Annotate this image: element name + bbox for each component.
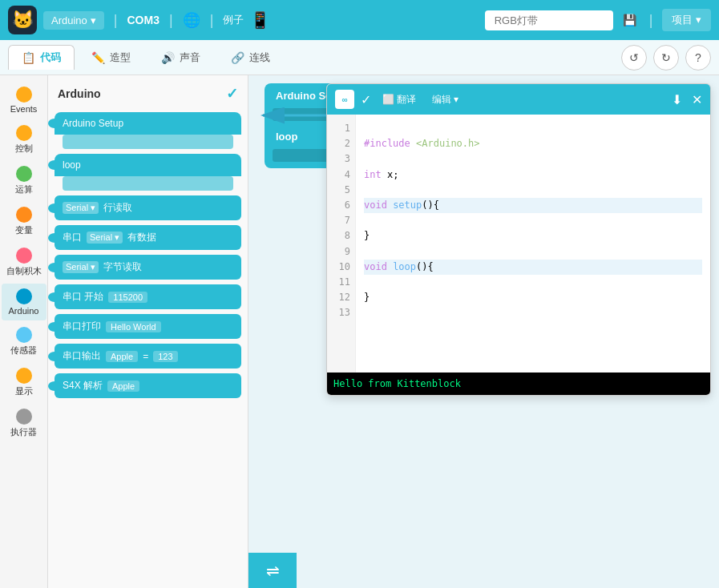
sidebar-item-events[interactable]: Events: [2, 82, 46, 119]
code-line-13: [364, 305, 702, 320]
sidebar-item-sensor[interactable]: 传感器: [2, 322, 46, 361]
tab-connect-label: 连线: [249, 50, 270, 65]
arduino-dot: [16, 288, 32, 304]
tab-sound[interactable]: 🔊 声音: [147, 45, 214, 70]
sidebar-item-display-label: 显示: [15, 385, 33, 397]
translate-label: 翻译: [397, 93, 416, 107]
block-arduino-setup[interactable]: Arduino Setup: [55, 112, 241, 135]
serial-dropdown-readline[interactable]: Serial ▾: [63, 202, 99, 214]
code-line-7: [364, 213, 702, 228]
actuator-dot: [16, 409, 32, 425]
download-icon[interactable]: ⬇: [672, 92, 682, 107]
block-row-serial-read: Serial ▾ 行读取: [55, 195, 241, 220]
serial-dropdown-byte[interactable]: Serial ▾: [63, 261, 99, 273]
events-dot: [16, 87, 32, 103]
device-icon[interactable]: 📱: [250, 10, 270, 30]
sep1: |: [114, 12, 118, 29]
example-label[interactable]: 例子: [223, 13, 244, 27]
block-serial-available[interactable]: 串口 Serial ▾ 有数据: [55, 225, 241, 250]
arduino-dropdown-arrow: ▾: [91, 14, 96, 26]
globe-icon[interactable]: 🌐: [183, 11, 200, 29]
tab-shape[interactable]: ✏️ 造型: [78, 45, 144, 70]
sidebar-item-control-label: 控制: [15, 143, 33, 155]
sidebar-item-control[interactable]: 控制: [2, 120, 46, 159]
com-port-label: COM3: [127, 14, 160, 26]
block-row-serial-byte: Serial ▾ 字节读取: [55, 255, 241, 280]
canvas-area: Arduino Setup loop: [248, 75, 719, 588]
block-loop-label: loop: [63, 159, 81, 171]
arduino-dropdown-btn[interactable]: Arduino ▾: [43, 11, 104, 30]
variable-dot: [16, 207, 32, 223]
code-editor: ∞ ✓ ⬜ 翻译 编辑 ▾ ⬇ ✕ 12345 678910: [326, 83, 711, 396]
tab-shape-label: 造型: [110, 50, 131, 65]
block-loop-slot: [63, 176, 233, 191]
code-content[interactable]: #include <Arduino.h> int x; void setup()…: [356, 115, 710, 373]
tab-shape-icon: ✏️: [91, 51, 105, 64]
tab-sound-label: 声音: [180, 50, 200, 65]
save-icon[interactable]: 💾: [623, 14, 636, 26]
block-loop[interactable]: loop: [55, 154, 241, 176]
arduino-label: Arduino: [51, 14, 87, 26]
block-row-setup: Arduino Setup: [55, 112, 241, 149]
sidebar-item-actuator-label: 执行器: [10, 426, 37, 438]
display-dot: [16, 368, 32, 384]
sidebar-item-variable-label: 变量: [15, 224, 33, 236]
block-row-serial-available: 串口 Serial ▾ 有数据: [55, 225, 241, 250]
block-serial-label: 串口: [63, 231, 82, 244]
redo-btn[interactable]: ↻: [653, 45, 679, 70]
block-serial-print[interactable]: 串口打印 Hello World: [55, 314, 241, 339]
block-serial-begin[interactable]: 串口 开始 115200: [55, 284, 241, 309]
close-icon[interactable]: ✕: [692, 92, 702, 107]
line-numbers: 12345 678910 111213: [327, 115, 356, 373]
sidebar-item-operator[interactable]: 运算: [2, 161, 46, 200]
logo-cat-icon: 🐱: [12, 10, 34, 30]
block-s4x-var: Apple: [107, 381, 139, 392]
block-s4x-parse[interactable]: S4X 解析 Apple: [55, 373, 241, 398]
project-dropdown-btn[interactable]: 项目 ▾: [662, 9, 711, 31]
sidebar-item-operator-label: 运算: [15, 183, 33, 195]
sensor-dot: [16, 327, 32, 343]
code-line-6: void setup(){: [364, 198, 702, 213]
sidebar-item-sensor-label: 传感器: [10, 344, 37, 356]
serial-monitor-text: Hello from Kittenblock: [333, 378, 461, 389]
edit-btn[interactable]: 编辑 ▾: [427, 91, 463, 108]
tab-connect-icon: 🔗: [231, 51, 244, 64]
code-line-1: [364, 121, 702, 136]
block-row-s4x: S4X 解析 Apple: [55, 373, 241, 398]
code-line-2: #include <Arduino.h>: [364, 136, 702, 151]
sidebar-item-custom[interactable]: 自制积木: [2, 243, 46, 282]
sidebar-item-arduino-label: Arduino: [9, 306, 39, 316]
edit-arrow: ▾: [454, 94, 458, 105]
block-row-serial-begin: 串口 开始 115200: [55, 284, 241, 309]
sidebar-item-arduino[interactable]: Arduino: [2, 284, 46, 320]
block-serial-byteread[interactable]: Serial ▾ 字节读取: [55, 255, 241, 280]
block-serial-begin-label: 串口 开始: [63, 290, 103, 304]
block-serial-output-label: 串口输出: [63, 349, 101, 363]
project-search-input[interactable]: [485, 10, 613, 30]
editor-check-icon[interactable]: ✓: [361, 92, 371, 107]
translate-btn[interactable]: ⬜ 翻译: [378, 91, 421, 108]
block-serial-readline[interactable]: Serial ▾ 行读取: [55, 195, 241, 220]
block-row-loop: loop: [55, 154, 241, 191]
bottom-toggle-bar[interactable]: ⇌: [248, 553, 297, 588]
tab-connect[interactable]: 🔗 连线: [217, 45, 284, 70]
block-row-serial-print: 串口打印 Hello World: [55, 314, 241, 339]
translate-icon: ⬜: [382, 94, 394, 105]
block-serial-output[interactable]: 串口输出 Apple = 123: [55, 344, 241, 369]
sep4: |: [649, 12, 653, 29]
serial-monitor: Hello from Kittenblock: [327, 373, 710, 395]
sep2: |: [169, 12, 173, 29]
editor-toolbar: ∞ ✓ ⬜ 翻译 编辑 ▾ ⬇ ✕: [327, 84, 710, 115]
sidebar-item-display[interactable]: 显示: [2, 363, 46, 402]
custom-dot: [16, 248, 32, 264]
app-logo[interactable]: 🐱: [8, 6, 37, 34]
editor-body: 12345 678910 111213 #include <Arduino.h>…: [327, 115, 710, 373]
undo-btn[interactable]: ↺: [621, 45, 647, 70]
tab-code[interactable]: 📋 代码: [8, 45, 75, 70]
sidebar-item-variable[interactable]: 变量: [2, 202, 46, 241]
code-line-9: [364, 244, 702, 260]
serial-dropdown-available[interactable]: Serial ▾: [87, 232, 123, 244]
operator-dot: [16, 166, 32, 182]
sidebar-item-actuator[interactable]: 执行器: [2, 404, 46, 443]
help-btn[interactable]: ?: [685, 45, 711, 70]
